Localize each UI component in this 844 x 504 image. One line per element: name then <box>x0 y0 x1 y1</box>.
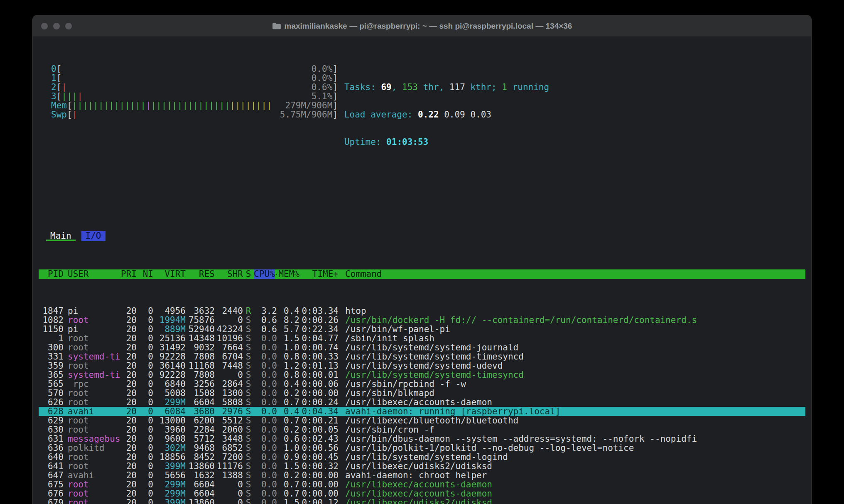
minimize-button[interactable] <box>53 23 60 29</box>
memory-meter-label: Mem <box>51 101 67 110</box>
cell-user: root <box>64 480 120 489</box>
swap-meter: Swp[|5.75M/906M] <box>39 110 338 119</box>
process-row[interactable]: 365systemd-ti2009222878080S0.00.80:00.01… <box>39 370 805 379</box>
green-bar: | <box>188 101 193 110</box>
col-header-virt[interactable]: VIRT <box>153 269 186 279</box>
cell-command: /usr/bin/dockerd -H fd:// --containerd=/… <box>339 316 805 325</box>
process-row[interactable]: 629root2001300062005512S0.00.70:00.21/us… <box>39 416 805 425</box>
col-header-pid[interactable]: PID <box>39 269 64 279</box>
cell-time: 0:22.34 <box>299 325 339 334</box>
col-header-shr[interactable]: SHR <box>215 269 243 279</box>
cell-cpu-percent: 0.0 <box>254 334 277 343</box>
swap-meter-value: 5.75M/906M <box>280 110 332 119</box>
cell-shr: 5512 <box>215 416 243 425</box>
process-row[interactable]: 570root200500815081300S0.00.20:00.00/usr… <box>39 389 805 398</box>
zoom-button[interactable] <box>65 23 72 29</box>
cell-command: /usr/libexec/accounts-daemon <box>339 489 805 498</box>
green-bar: | <box>109 101 114 110</box>
bracket-open: [ <box>56 73 62 83</box>
process-row[interactable]: 675root200299M66040S0.00.70:00.00/usr/li… <box>39 480 805 489</box>
col-header-user[interactable]: USER <box>64 269 120 279</box>
cell-res: 13860 <box>186 498 215 504</box>
cell-time: 0:00.45 <box>299 453 339 462</box>
process-row[interactable]: 641root200399M1386011176S0.01.50:00.32/u… <box>39 462 805 471</box>
col-header-mem[interactable]: MEM% <box>277 269 299 279</box>
col-header-res[interactable]: RES <box>186 269 215 279</box>
col-header-s[interactable]: S <box>243 269 254 279</box>
process-row[interactable]: 1root200251361434810196S0.01.50:04.77/sb… <box>39 334 805 343</box>
process-row[interactable]: 679root200399M138600S0.01.50:00.12/usr/l… <box>39 498 805 504</box>
cell-res: 1508 <box>186 389 215 398</box>
cell-pid: 1150 <box>39 325 64 334</box>
cell-state: S <box>243 471 254 480</box>
process-row[interactable]: 1150pi200889M5294042324S0.65.70:22.34/us… <box>39 325 805 334</box>
cell-command: /usr/libexec/accounts-daemon <box>339 480 805 489</box>
tab-main[interactable]: Main <box>46 231 76 241</box>
cell-priority: 20 <box>120 389 137 398</box>
cell-user: root <box>64 498 120 504</box>
cell-mem-percent: 1.5 <box>277 498 299 504</box>
cell-pid: 630 <box>39 425 64 434</box>
process-row[interactable]: 331systemd-ti2009222878086704S0.00.80:00… <box>39 352 805 361</box>
cell-mem-percent: 0.4 <box>277 407 299 416</box>
process-row[interactable]: 676root200299M66040S0.00.70:00.00/usr/li… <box>39 489 805 498</box>
green-bar: | <box>120 101 125 110</box>
process-row[interactable]: 630root200396022842060S0.00.20:00.05/usr… <box>39 425 805 434</box>
cell-res: 5712 <box>186 434 215 443</box>
col-header-cmd[interactable]: Command <box>339 269 805 279</box>
process-row[interactable]: 1847pi200495636322440R3.20.40:03.34htop <box>39 306 805 316</box>
process-row[interactable]: 565_rpc200684032562864S0.00.40:00.06/usr… <box>39 379 805 389</box>
cell-priority: 20 <box>120 462 137 471</box>
yellow-bar: | <box>261 101 267 110</box>
col-header-ni[interactable]: NI <box>137 269 153 279</box>
process-row[interactable]: 640root2001885684527200S0.00.90:00.45/us… <box>39 453 805 462</box>
cell-user: root <box>64 343 120 352</box>
cell-priority: 20 <box>120 471 137 480</box>
red-bar: | <box>72 110 78 119</box>
cell-cpu-percent: 0.0 <box>254 480 277 489</box>
col-header-cpu[interactable]: CPU%- <box>254 269 277 279</box>
process-row[interactable]: 647avahi200565616321388S0.00.20:00.00ava… <box>39 471 805 480</box>
status-segment: 69 <box>381 82 391 92</box>
cell-priority: 20 <box>120 407 137 416</box>
green-bar: | <box>135 101 140 110</box>
close-button[interactable] <box>41 23 48 29</box>
bracket-close: ] <box>332 110 338 119</box>
cell-nice: 0 <box>137 334 153 343</box>
cell-user: pi <box>64 306 120 316</box>
process-row[interactable]: 300root2003149290327664S0.01.00:00.74/us… <box>39 343 805 352</box>
cell-shr: 3448 <box>215 434 243 443</box>
cell-res: 14348 <box>186 334 215 343</box>
col-header-pri[interactable]: PRI <box>120 269 137 279</box>
process-row[interactable]: 631messagebus200960857123448S0.00.60:02.… <box>39 434 805 443</box>
cell-pid: 640 <box>39 453 64 462</box>
cell-cpu-percent: 0.0 <box>254 462 277 471</box>
cell-command: /usr/sbin/blkmapd <box>339 389 805 398</box>
yellow-bar: | <box>245 101 251 110</box>
cell-virt: 302M <box>153 443 186 453</box>
cell-nice: 0 <box>137 471 153 480</box>
cell-shr: 0 <box>215 489 243 498</box>
process-row[interactable]: 636polkitd200302M94686852S0.01.00:00.56/… <box>39 443 805 453</box>
status-segment: kthr <box>465 82 491 92</box>
cell-pid: 675 <box>39 480 64 489</box>
cell-shr: 7448 <box>215 361 243 370</box>
cell-nice: 0 <box>137 498 153 504</box>
cell-user: root <box>64 453 120 462</box>
cell-command: /usr/sbin/cron -f <box>339 425 805 434</box>
process-row[interactable]: 626root200299M66045808S0.00.70:00.24/usr… <box>39 398 805 407</box>
col-header-time[interactable]: TIME+ <box>299 269 339 279</box>
status-segment: Tasks: <box>344 82 381 92</box>
cell-virt: 1994M <box>153 316 186 325</box>
process-row-selected[interactable]: 628avahi200608436802976S0.00.40:04.34ava… <box>39 407 805 416</box>
process-row[interactable]: 1082root2001994M758760S0.68.20:00.26/usr… <box>39 316 805 325</box>
cell-virt: 3960 <box>153 425 186 434</box>
cell-priority: 20 <box>120 398 137 407</box>
cell-command: /usr/sbin/rpcbind -f -w <box>339 379 805 389</box>
cell-user: avahi <box>64 407 120 416</box>
load-average-line: Load average: 0.22 0.09 0.03 <box>344 110 805 119</box>
process-row[interactable]: 359root20036140111687448S0.01.20:01.13/u… <box>39 361 805 370</box>
titlebar[interactable]: maximiliankaske — pi@raspberrypi: ~ — ss… <box>33 15 811 37</box>
tab-io[interactable]: I/O <box>81 231 106 241</box>
screen-tabs: MainI/O <box>39 231 805 242</box>
